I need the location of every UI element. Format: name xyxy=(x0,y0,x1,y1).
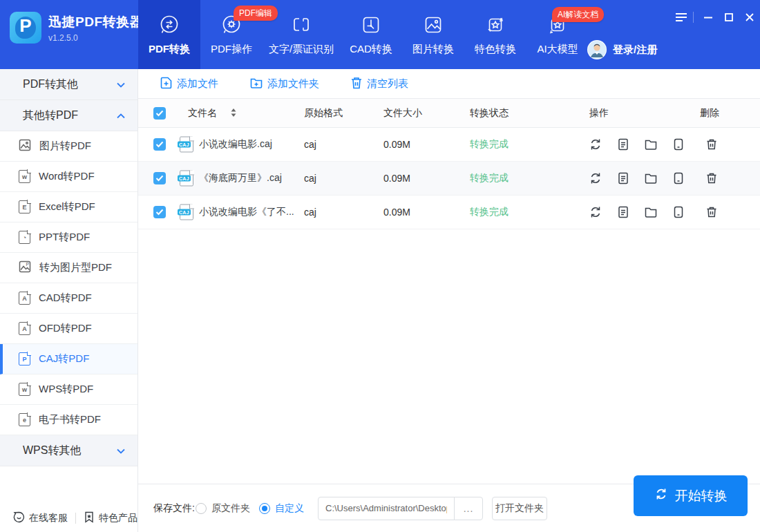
ai-doc-badge[interactable]: AI解读文档 xyxy=(552,7,604,22)
sidebar-item-cad-to-pdf[interactable]: A CAD转PDF xyxy=(0,283,137,314)
main-content: 添加文件 添加文件夹 清空列表 文件名 xyxy=(138,69,760,532)
sidebar-item-image-to-pdf[interactable]: 图片转PDF xyxy=(0,131,137,162)
column-header-name[interactable]: 文件名 xyxy=(188,107,217,120)
sidebar-item-label: 图片转PDF xyxy=(39,140,91,153)
app-logo-icon: P xyxy=(10,12,41,44)
sidebar-item-ppt-to-pdf[interactable]: ◔ PPT转PDF xyxy=(0,222,137,253)
sidebar-group-pdf-to-other[interactable]: PDF转其他 xyxy=(0,69,137,100)
browse-button[interactable]: ... xyxy=(454,497,483,520)
tab-special-convert[interactable]: 特色转换 xyxy=(464,0,526,69)
start-convert-button[interactable]: 开始转换 xyxy=(634,475,748,516)
convert-refresh-icon xyxy=(654,487,668,504)
add-file-button[interactable]: 添加文件 xyxy=(160,77,218,91)
sidebar-item-label: CAD转PDF xyxy=(39,292,92,305)
file-name: 小说改编电影.caj xyxy=(199,138,272,151)
cad-icon xyxy=(359,13,383,37)
preview-device-icon[interactable] xyxy=(672,137,685,151)
image-icon xyxy=(421,13,445,37)
caj-file-icon: CAJ xyxy=(180,137,193,153)
row-checkbox[interactable] xyxy=(153,172,166,184)
add-file-icon xyxy=(160,77,172,91)
open-folder-icon[interactable] xyxy=(644,205,658,219)
file-size: 0.09M xyxy=(383,173,410,184)
avatar[interactable] xyxy=(587,40,607,59)
preview-device-icon[interactable] xyxy=(672,205,685,219)
sidebar-item-label: 转为图片型PDF xyxy=(39,261,112,274)
online-service-link[interactable]: 在线客服 xyxy=(13,511,68,525)
column-header-delete: 删除 xyxy=(700,107,719,120)
open-folder-icon[interactable] xyxy=(644,171,658,185)
row-checkbox[interactable] xyxy=(153,138,166,151)
sidebar-group-wps-to-other[interactable]: WPS转其他 xyxy=(0,435,137,466)
user-area[interactable]: 登录/注册 xyxy=(587,40,657,59)
sidebar-item-excel-to-pdf[interactable]: E Excel转PDF xyxy=(0,192,137,222)
tab-pdf-convert[interactable]: PDF转换 xyxy=(138,0,200,69)
pdf-edit-badge[interactable]: PDF编辑 xyxy=(234,6,278,21)
sidebar-item-ebook-to-pdf[interactable]: e 电子书转PDF xyxy=(0,405,137,435)
preview-device-icon[interactable] xyxy=(672,171,685,185)
delete-icon[interactable] xyxy=(705,137,719,151)
delete-icon[interactable] xyxy=(705,171,719,185)
sidebar-item-label: Word转PDF xyxy=(39,170,95,183)
sidebar-item-label: PPT转PDF xyxy=(39,231,90,244)
radio-original-folder[interactable] xyxy=(196,503,207,514)
table-row: CAJ 《海底两万里》.caj caj 0.09M 转换完成 xyxy=(138,162,760,196)
login-register-link[interactable]: 登录/注册 xyxy=(613,44,657,57)
sidebar: PDF转其他 其他转PDF 图片转PDF w Word转PDF E Excel转… xyxy=(0,69,138,532)
sort-icon[interactable] xyxy=(231,108,236,119)
chevron-down-icon xyxy=(117,444,125,457)
open-file-icon[interactable] xyxy=(616,137,630,151)
sidebar-item-label: 电子书转PDF xyxy=(39,413,101,426)
table-row: CAJ 小说改编电影《了不... caj 0.09M 转换完成 xyxy=(138,196,760,229)
sidebar-item-label: Excel转PDF xyxy=(39,200,95,213)
select-all-checkbox[interactable] xyxy=(153,107,166,120)
pdf-file-icon: A xyxy=(19,292,30,305)
close-button[interactable] xyxy=(739,10,760,25)
open-file-icon[interactable] xyxy=(616,205,630,219)
tab-image-convert[interactable]: 图片转换 xyxy=(402,0,464,69)
sidebar-item-wps-to-pdf[interactable]: w WPS转PDF xyxy=(0,374,137,405)
row-checkbox[interactable] xyxy=(153,206,166,218)
radio-custom-label[interactable]: 自定义 xyxy=(275,502,304,515)
menu-icon[interactable] xyxy=(671,10,692,25)
open-folder-icon[interactable] xyxy=(644,137,658,151)
reconvert-icon[interactable] xyxy=(589,137,602,151)
file-size: 0.09M xyxy=(383,139,410,150)
column-header-status: 转换状态 xyxy=(470,107,509,120)
save-path-input[interactable] xyxy=(318,497,455,520)
group-label: 其他转PDF xyxy=(23,108,78,123)
reconvert-icon[interactable] xyxy=(589,171,602,185)
sidebar-item-ofd-to-pdf[interactable]: A OFD转PDF xyxy=(0,314,137,344)
column-header-size: 文件大小 xyxy=(383,107,422,120)
featured-products-link[interactable]: 特色产品 xyxy=(84,511,137,525)
ocr-ticket-icon xyxy=(289,13,313,37)
reconvert-icon[interactable] xyxy=(589,205,602,219)
sidebar-item-caj-to-pdf[interactable]: P CAJ转PDF xyxy=(0,344,137,374)
clear-list-button[interactable]: 清空列表 xyxy=(351,77,408,91)
sidebar-group-other-to-pdf[interactable]: 其他转PDF xyxy=(0,100,137,131)
sidebar-item-label: WPS转PDF xyxy=(39,383,93,396)
group-label: PDF转其他 xyxy=(23,77,78,92)
ebook-file-icon: e xyxy=(19,413,30,426)
save-file-label: 保存文件: xyxy=(153,502,195,515)
radio-custom[interactable] xyxy=(259,503,270,514)
add-folder-button[interactable]: 添加文件夹 xyxy=(250,77,319,91)
minimize-button[interactable] xyxy=(698,10,719,25)
chevron-up-icon xyxy=(117,109,125,122)
wps-file-icon: w xyxy=(19,383,30,396)
sidebar-item-word-to-pdf[interactable]: w Word转PDF xyxy=(0,162,137,192)
open-folder-button[interactable]: 打开文件夹 xyxy=(492,497,547,520)
status-badge: 转换完成 xyxy=(470,138,509,151)
tab-label: 特色转换 xyxy=(475,43,516,56)
radio-original-folder-label[interactable]: 原文件夹 xyxy=(211,502,250,515)
chat-icon xyxy=(13,511,25,525)
tab-cad-convert[interactable]: CAD转换 xyxy=(340,0,402,69)
maximize-button[interactable] xyxy=(719,10,739,25)
featured-products-label: 特色产品 xyxy=(99,512,137,524)
online-service-label: 在线客服 xyxy=(29,512,68,524)
open-file-icon[interactable] xyxy=(616,171,630,185)
tab-label: AI大模型 xyxy=(537,43,578,56)
sidebar-item-to-image-pdf[interactable]: P 转为图片型PDF xyxy=(0,253,137,283)
delete-icon[interactable] xyxy=(705,205,719,219)
start-convert-label: 开始转换 xyxy=(675,487,728,505)
